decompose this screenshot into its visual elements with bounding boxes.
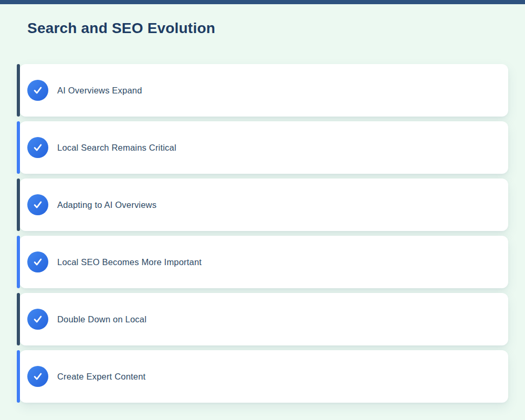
page-title: Search and SEO Evolution [27, 20, 525, 37]
card-surface: Local Search Remains Critical [19, 121, 508, 174]
top-accent-bar [0, 0, 525, 4]
card-surface: Local SEO Becomes More Important [19, 236, 508, 288]
list-item-label: AI Overviews Expand [57, 86, 142, 96]
list-item-label: Local Search Remains Critical [57, 143, 176, 153]
list-item-label: Local SEO Becomes More Important [57, 257, 202, 267]
accent-bar [17, 64, 20, 117]
card-surface: Create Expert Content [19, 350, 508, 403]
check-icon [27, 309, 48, 330]
check-icon [27, 80, 48, 101]
accent-bar [17, 350, 20, 403]
list-item[interactable]: Create Expert Content [17, 350, 508, 403]
card-surface: Double Down on Local [19, 293, 508, 345]
accent-bar [17, 121, 20, 174]
check-icon [27, 194, 48, 215]
check-icon [27, 251, 48, 272]
accent-bar [17, 178, 20, 231]
card-surface: AI Overviews Expand [19, 64, 508, 117]
list-item-label: Double Down on Local [57, 314, 146, 324]
list-item[interactable]: Local Search Remains Critical [17, 121, 508, 174]
accent-bar [17, 293, 20, 345]
list-item[interactable]: Double Down on Local [17, 293, 508, 345]
list-item-label: Create Expert Content [57, 372, 145, 382]
card-surface: Adapting to AI Overviews [19, 178, 508, 231]
list-item[interactable]: Adapting to AI Overviews [17, 178, 508, 231]
accent-bar [17, 236, 20, 288]
check-icon [27, 366, 48, 387]
card-list: AI Overviews Expand Local Search Remains… [17, 64, 508, 407]
check-icon [27, 137, 48, 158]
list-item[interactable]: Local SEO Becomes More Important [17, 236, 508, 288]
list-item[interactable]: AI Overviews Expand [17, 64, 508, 117]
list-item-label: Adapting to AI Overviews [57, 200, 156, 210]
